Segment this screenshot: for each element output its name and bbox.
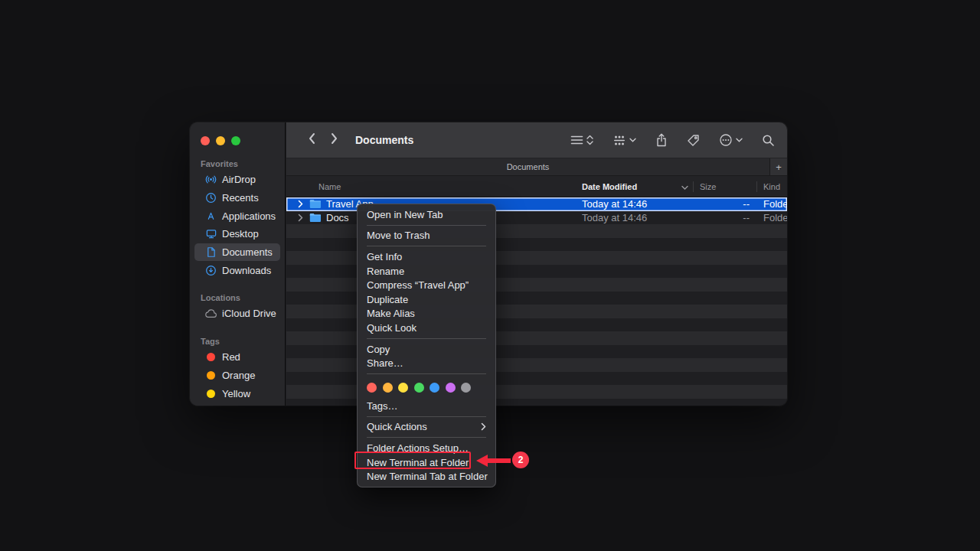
column-header-size[interactable]: Size [694,181,757,192]
tags-button[interactable] [687,134,700,147]
menu-item-label: Compress “Travel App” [367,279,469,291]
tag-color-dot-icon[interactable] [414,383,424,393]
menu-item-copy[interactable]: Copy [358,342,495,357]
chevron-down-icon [629,138,636,142]
file-size: -- [694,212,757,223]
red-tag-dot-icon [207,353,215,361]
menu-item-label: Quick Look [367,322,416,334]
sidebar-item-label: AirDrop [222,174,256,185]
sidebar-item-label: iCloud Drive [222,308,276,319]
sidebar-section-label-locations: Locations [190,293,285,302]
search-button[interactable] [762,134,775,147]
applications-icon [204,210,217,222]
menu-separator [367,373,486,374]
menu-separator [367,416,486,417]
column-header-kind[interactable]: Kind [757,182,787,191]
tag-color-dot-icon[interactable] [446,383,456,393]
sidebar-item-label: Red [222,351,240,363]
annotation-step-badge: 2 [512,452,529,468]
forward-button[interactable] [326,131,343,149]
list-view-icon [570,135,583,145]
sidebar-item-airdrop[interactable]: AirDrop [194,171,280,189]
share-button[interactable] [655,133,668,147]
download-icon [204,264,217,276]
menu-item-get-info[interactable]: Get Info [358,249,495,264]
view-mode-button[interactable] [570,135,593,145]
tab-documents[interactable]: Documents [286,158,769,175]
menu-item-compress-travel-app[interactable]: Compress “Travel App” [358,278,495,292]
file-kind: Folder [757,198,787,210]
menu-item-new-terminal-tab-at-folder[interactable]: New Terminal Tab at Folder [358,469,495,484]
menu-item-label: Move to Trash [367,230,430,241]
zoom-window-button[interactable] [231,136,240,145]
new-tab-button[interactable]: + [769,158,787,175]
clock-icon [204,192,217,204]
tag-color-dot-icon[interactable] [430,383,439,393]
file-size: -- [694,198,757,210]
tag-color-dot-icon[interactable] [461,383,471,393]
sidebar-item-yellow[interactable]: Yellow [194,384,280,403]
desktop-background: FavoritesAirDropRecentsApplicationsDeskt… [0,0,980,551]
menu-separator [367,437,486,438]
sidebar-item-label: Documents [222,246,273,258]
finder-toolbar: Documents [286,122,787,158]
sidebar-item-downloads[interactable]: Downloads [194,261,280,279]
sidebar-item-recents[interactable]: Recents [194,189,280,207]
menu-item-label: Make Alias [367,308,415,319]
menu-item-label: Copy [367,344,390,355]
menu-item-quick-actions[interactable]: Quick Actions [358,420,495,435]
minimize-window-button[interactable] [216,136,225,145]
sidebar-item-documents[interactable]: Documents [194,243,280,262]
menu-item-label: Open in New Tab [367,209,443,220]
close-window-button[interactable] [201,136,210,145]
sidebar-item-orange[interactable]: Orange [194,367,280,385]
tag-icon [687,134,700,147]
sidebar-section-label-tags: Tags [190,337,285,346]
more-actions-button[interactable] [719,133,743,147]
sidebar-item-label: Desktop [222,228,259,240]
chevron-right-icon [331,132,338,148]
column-header-name[interactable]: Name [286,182,582,191]
menu-item-open-in-new-tab[interactable]: Open in New Tab [358,207,495,222]
tag-color-dot-icon[interactable] [367,383,377,393]
menu-separator [367,246,486,246]
cloud-icon [204,308,217,320]
menu-item-label: Rename [367,266,404,277]
menu-item-tags[interactable]: Tags… [358,399,495,413]
menu-item-make-alias[interactable]: Make Alias [358,307,495,321]
annotation-arrow-icon [475,453,512,468]
sidebar-item-icloud-drive[interactable]: iCloud Drive [194,305,280,323]
group-grid-icon [612,135,626,146]
document-icon [204,246,217,259]
finder-sidebar: FavoritesAirDropRecentsApplicationsDeskt… [190,122,286,406]
menu-item-move-to-trash[interactable]: Move to Trash [358,229,495,243]
sort-direction-chevron-icon [681,181,688,192]
sidebar-item-green[interactable]: Green [194,403,280,406]
file-date-modified: Today at 14:46 [582,212,694,223]
menu-item-label: Duplicate [367,294,408,305]
disclosure-chevron-icon[interactable] [298,214,305,222]
sidebar-item-applications[interactable]: Applications [194,207,280,225]
sidebar-item-label: Orange [222,370,255,381]
sidebar-section-label-favorites: Favorites [190,159,285,168]
folder-icon [309,213,322,223]
sidebar-item-label: Applications [222,210,276,222]
tag-color-dot-icon[interactable] [398,383,408,393]
sidebar-item-desktop[interactable]: Desktop [194,225,280,243]
menu-item-share[interactable]: Share… [358,356,495,370]
file-kind: Folder [757,212,787,223]
tag-color-dot-icon[interactable] [383,383,393,393]
group-by-button[interactable] [612,135,636,146]
back-button[interactable] [303,131,320,149]
column-header-date-modified[interactable]: Date Modified [582,181,694,192]
menu-item-label: Tags… [367,400,397,412]
menu-item-rename[interactable]: Rename [358,264,495,279]
menu-item-duplicate[interactable]: Duplicate [358,292,495,307]
disclosure-chevron-icon[interactable] [298,200,305,208]
window-controls [190,122,285,145]
submenu-chevron-icon [481,422,486,431]
airdrop-icon [204,174,217,186]
sidebar-item-red[interactable]: Red [194,348,280,367]
chevron-down-icon [736,138,743,142]
menu-item-quick-look[interactable]: Quick Look [358,321,495,335]
